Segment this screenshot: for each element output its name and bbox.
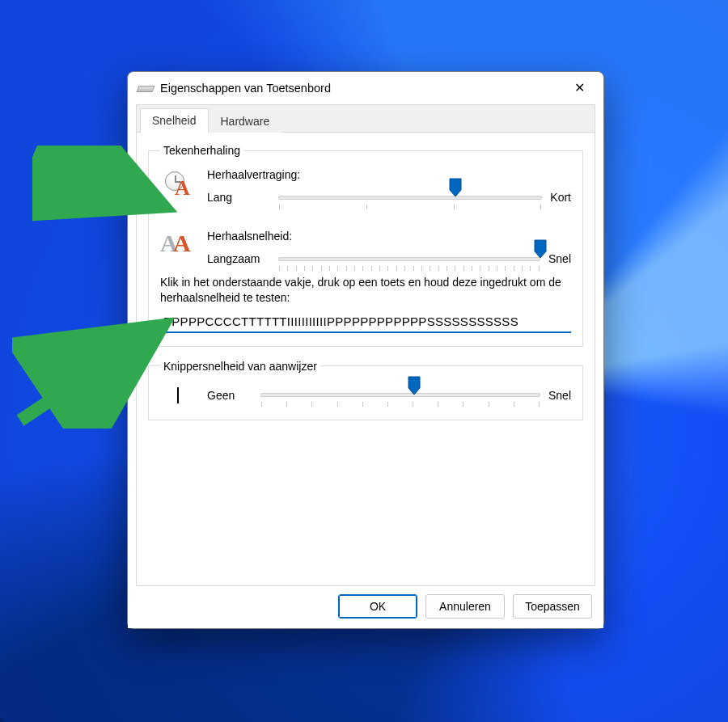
apply-button[interactable]: Toepassen (513, 594, 592, 619)
group-character-repeat-legend: Tekenherhaling (160, 144, 243, 157)
repeat-rate-label: Herhaalsnelheid: (207, 230, 571, 243)
cursor-blink-slider[interactable] (260, 384, 540, 407)
repeat-test-input[interactable] (160, 312, 571, 333)
close-icon: ✕ (574, 82, 585, 95)
cursor-blink-min-label: Geen (207, 389, 252, 402)
group-cursor-blink-legend: Knippersnelheid van aanwijzer (160, 360, 320, 373)
repeat-delay-min-label: Lang (207, 191, 270, 204)
titlebar: Eigenschappen van Toetsenbord ✕ (128, 72, 603, 104)
repeat-delay-slider[interactable] (278, 186, 542, 209)
repeat-test-help: Klik in het onderstaande vakje, druk op … (160, 275, 571, 306)
ok-button[interactable]: OK (338, 594, 417, 619)
repeat-delay-max-label: Kort (550, 191, 571, 204)
cursor-blink-preview (160, 387, 196, 403)
close-button[interactable]: ✕ (561, 76, 597, 100)
repeat-rate-slider[interactable] (278, 247, 540, 270)
keyboard-icon (138, 82, 154, 94)
repeat-rate-max-label: Snel (548, 252, 571, 265)
repeat-delay-icon: A (163, 170, 193, 199)
repeat-rate-icon: AA (160, 231, 196, 259)
tab-hardware[interactable]: Hardware (209, 109, 282, 133)
repeat-delay-label: Herhaalvertraging: (207, 168, 571, 181)
tab-strip: Snelheid Hardware (136, 104, 595, 132)
window-title: Eigenschappen van Toetsenbord (160, 82, 561, 95)
keyboard-properties-dialog: Eigenschappen van Toetsenbord ✕ Snelheid… (127, 71, 604, 629)
cancel-button[interactable]: Annuleren (425, 594, 505, 619)
tab-panel-speed: Tekenherhaling A Herhaalvertraging: Lang (136, 132, 595, 586)
group-cursor-blink: Knippersnelheid van aanwijzer Geen (148, 360, 583, 420)
cursor-blink-max-label: Snel (548, 389, 571, 402)
tab-speed[interactable]: Snelheid (140, 108, 209, 133)
dialog-button-row: OK Annuleren Toepassen (136, 586, 595, 622)
group-character-repeat: Tekenherhaling A Herhaalvertraging: Lang (148, 144, 583, 347)
repeat-rate-min-label: Langzaam (207, 252, 270, 265)
